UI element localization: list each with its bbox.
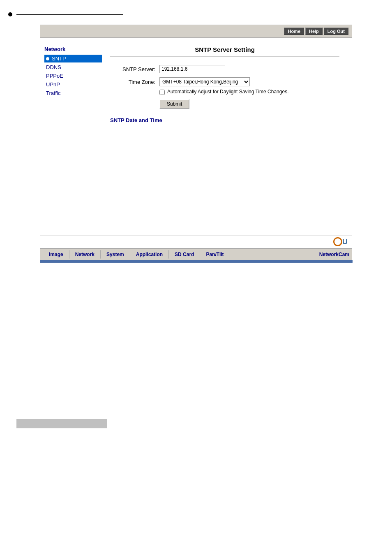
nav-image[interactable]: Image <box>43 250 69 259</box>
home-button[interactable]: Home <box>284 28 304 35</box>
sidebar-item-pppoe[interactable]: PPPoE <box>44 72 102 80</box>
timezone-select[interactable]: GMT+08 Taipei,Hong Kong,Beijing GMT+00 L… <box>159 77 250 86</box>
main-content: SNTP Server Setting SNTP Server: Time Zo… <box>102 42 348 231</box>
daylight-label: Automatically Adjust for Daylight Saving… <box>167 89 288 95</box>
blue-bottom-bar <box>40 260 353 263</box>
timezone-label: Time Zone: <box>110 79 155 85</box>
sidebar-item-sntp[interactable]: SNTP <box>44 55 102 62</box>
daylight-checkbox[interactable] <box>159 90 165 95</box>
sidebar-item-traffic[interactable]: Traffic <box>44 89 102 97</box>
nav-network[interactable]: Network <box>69 250 101 259</box>
submit-button[interactable]: Submit <box>159 99 189 109</box>
timezone-row: Time Zone: GMT+08 Taipei,Hong Kong,Beiji… <box>110 77 339 86</box>
sntp-date-title: SNTP Date and Time <box>110 117 339 123</box>
daylight-row: Automatically Adjust for Daylight Saving… <box>159 89 339 95</box>
sidebar-item-ddns[interactable]: DDNS <box>44 63 102 71</box>
sidebar-section-title: Network <box>44 46 102 52</box>
bullet-section <box>8 12 384 16</box>
sntp-server-input[interactable] <box>159 65 225 73</box>
nav-sdcard[interactable]: SD Card <box>169 250 200 259</box>
logo-u-icon: U <box>342 238 348 246</box>
underline-bar <box>16 14 123 15</box>
sntp-server-label: SNTP Server: <box>110 66 155 72</box>
gray-rect-bottom <box>16 419 107 428</box>
help-button[interactable]: Help <box>305 28 323 35</box>
nav-application[interactable]: Application <box>130 250 169 259</box>
bottom-nav: Image Network System Application SD Card… <box>40 248 352 260</box>
sidebar-bullet-sntp <box>46 57 49 60</box>
brand-label: NetworkCam <box>319 252 349 257</box>
sidebar: Network SNTP DDNS PPPoE UPnP Traffic <box>44 42 102 231</box>
bottom-logo-area: U <box>333 237 348 246</box>
logout-button[interactable]: Log Out <box>324 28 348 35</box>
sntp-server-row: SNTP Server: <box>110 65 339 73</box>
nav-system[interactable]: System <box>101 250 130 259</box>
sidebar-item-upnp[interactable]: UPnP <box>44 81 102 88</box>
content-area: Network SNTP DDNS PPPoE UPnP Traffic <box>40 38 352 235</box>
logo-circle-icon <box>333 237 342 246</box>
top-bar: Home Help Log Out <box>40 25 352 38</box>
main-frame: Home Help Log Out Network SNTP DDNS PPPo… <box>40 25 352 263</box>
nav-pantilt[interactable]: Pan/Tilt <box>200 250 230 259</box>
submit-row: Submit <box>159 99 339 109</box>
page-title: SNTP Server Setting <box>110 46 339 57</box>
bullet-icon <box>8 12 12 16</box>
